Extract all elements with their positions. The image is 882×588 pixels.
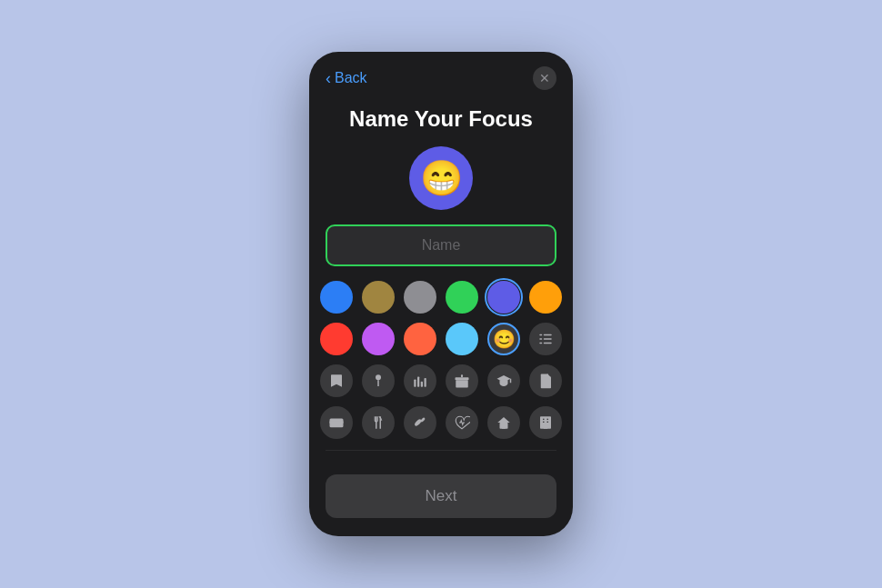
- back-label: Back: [335, 70, 367, 86]
- icon-card[interactable]: [320, 406, 353, 439]
- color-row-2: 😊: [326, 323, 556, 355]
- building-icon: [537, 414, 554, 431]
- icon-row-1: [326, 364, 556, 397]
- close-button[interactable]: ✕: [533, 66, 556, 90]
- health-icon: [454, 414, 470, 431]
- svg-rect-9: [417, 377, 419, 387]
- focus-emoji: 😁: [420, 158, 463, 198]
- list-picker-button[interactable]: [529, 323, 562, 355]
- icon-document[interactable]: [529, 364, 562, 397]
- color-tomato[interactable]: [404, 323, 436, 355]
- svg-rect-23: [502, 425, 506, 429]
- color-red[interactable]: [320, 323, 353, 355]
- icon-fork[interactable]: [362, 406, 395, 439]
- page-title: Name Your Focus: [309, 99, 573, 146]
- close-icon: ✕: [539, 71, 550, 85]
- icon-area: 😁: [309, 146, 573, 210]
- color-indigo[interactable]: [487, 281, 520, 314]
- color-section: 😊: [309, 281, 573, 439]
- next-button-area: Next: [309, 462, 573, 518]
- icon-health[interactable]: [446, 406, 478, 439]
- name-input-area: [309, 224, 573, 281]
- color-green[interactable]: [446, 281, 478, 314]
- svg-rect-2: [539, 338, 542, 340]
- svg-rect-5: [544, 343, 552, 344]
- icon-bookmark[interactable]: [320, 364, 353, 397]
- color-purple[interactable]: [362, 323, 395, 355]
- svg-rect-4: [539, 343, 542, 344]
- svg-rect-3: [544, 338, 552, 340]
- icon-row-2: [326, 406, 556, 439]
- name-input[interactable]: [326, 224, 556, 266]
- icon-pills[interactable]: [404, 406, 436, 439]
- next-button[interactable]: Next: [326, 474, 556, 518]
- icon-pin[interactable]: [362, 364, 395, 397]
- emoji-picker-button[interactable]: 😊: [487, 323, 520, 355]
- color-row-1: [326, 281, 556, 314]
- svg-rect-11: [425, 378, 426, 387]
- list-icon: [537, 331, 554, 347]
- pills-icon: [412, 414, 428, 431]
- fork-icon: [370, 414, 386, 431]
- gift-icon: [454, 373, 470, 389]
- icon-building[interactable]: [529, 406, 562, 439]
- svg-rect-0: [539, 334, 542, 336]
- icon-books[interactable]: [404, 364, 436, 397]
- svg-rect-8: [414, 380, 416, 387]
- color-teal[interactable]: [446, 323, 478, 355]
- icon-gift[interactable]: [446, 364, 478, 397]
- bookmark-icon: [328, 373, 345, 389]
- pin-icon: [370, 373, 386, 389]
- color-gold[interactable]: [362, 281, 395, 314]
- document-icon: [537, 373, 554, 389]
- icon-home[interactable]: [487, 406, 520, 439]
- top-bar: ‹ Back ✕: [309, 52, 573, 99]
- svg-rect-29: [544, 425, 548, 429]
- divider: [326, 450, 556, 451]
- books-icon: [412, 373, 428, 389]
- svg-rect-17: [330, 422, 344, 424]
- home-icon: [496, 414, 512, 431]
- card-icon: [328, 414, 345, 431]
- graduation-icon: [496, 373, 512, 389]
- color-gray[interactable]: [404, 281, 436, 314]
- chevron-left-icon: ‹: [326, 69, 331, 88]
- svg-rect-13: [456, 377, 469, 380]
- svg-rect-1: [544, 334, 552, 336]
- svg-point-6: [376, 374, 381, 380]
- svg-point-20: [414, 418, 423, 427]
- phone-container: ‹ Back ✕ Name Your Focus 😁: [309, 52, 573, 536]
- color-orange[interactable]: [529, 281, 562, 314]
- icon-graduation[interactable]: [487, 364, 520, 397]
- svg-rect-12: [456, 380, 468, 387]
- svg-rect-10: [421, 382, 423, 387]
- color-blue[interactable]: [320, 281, 353, 314]
- back-button[interactable]: ‹ Back: [326, 69, 367, 88]
- focus-icon[interactable]: 😁: [409, 146, 473, 210]
